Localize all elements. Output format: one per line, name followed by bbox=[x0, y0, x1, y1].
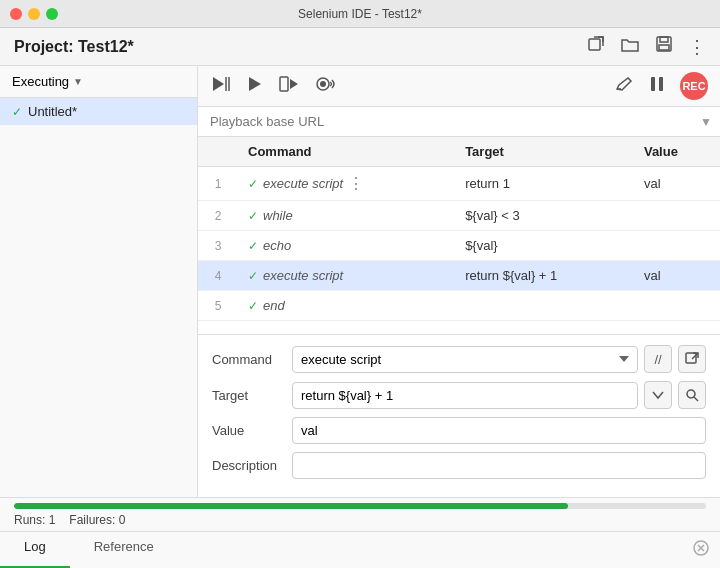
row-check-icon: ✓ bbox=[248, 177, 258, 191]
svg-line-18 bbox=[694, 397, 698, 401]
row-menu-icon[interactable]: ⋮ bbox=[348, 174, 364, 193]
url-bar: ▼ bbox=[198, 107, 720, 137]
table-row[interactable]: 2✓while${val} < 3 bbox=[198, 201, 720, 231]
pause-icon[interactable] bbox=[648, 75, 666, 98]
play-icon[interactable] bbox=[246, 75, 264, 98]
minimize-dot[interactable] bbox=[28, 8, 40, 20]
footer-tab-right-icon bbox=[682, 532, 720, 568]
command-row: Command execute script while echo end // bbox=[212, 345, 706, 373]
window-controls bbox=[10, 8, 58, 20]
row-value bbox=[634, 291, 720, 321]
record-options-icon[interactable] bbox=[314, 75, 336, 98]
svg-rect-0 bbox=[589, 39, 600, 50]
col-command: Command bbox=[238, 137, 455, 167]
svg-point-17 bbox=[687, 390, 695, 398]
target-search-btn[interactable] bbox=[678, 381, 706, 409]
row-check-icon: ✓ bbox=[248, 299, 258, 313]
table-row[interactable]: 5✓end bbox=[198, 291, 720, 321]
rec-button[interactable]: REC bbox=[680, 72, 708, 100]
col-target: Target bbox=[455, 137, 634, 167]
svg-rect-8 bbox=[280, 77, 288, 91]
table-row[interactable]: 4✓execute scriptreturn ${val} + 1val bbox=[198, 261, 720, 291]
more-icon[interactable]: ⋮ bbox=[688, 36, 706, 58]
step-over-icon[interactable] bbox=[210, 75, 232, 98]
row-command-text: end bbox=[263, 298, 285, 313]
row-num: 1 bbox=[198, 167, 238, 201]
svg-marker-7 bbox=[249, 77, 261, 91]
tab-log[interactable]: Log bbox=[0, 532, 70, 568]
header-row: Project: Test12* ⋮ bbox=[0, 28, 720, 66]
svg-point-11 bbox=[320, 81, 326, 87]
target-input[interactable] bbox=[292, 382, 638, 409]
svg-rect-14 bbox=[659, 77, 663, 91]
main-layout: Executing ▼ ✓ Untitled* bbox=[0, 66, 720, 497]
comment-btn[interactable]: // bbox=[644, 345, 672, 373]
row-command-text: execute script bbox=[263, 268, 343, 283]
description-label: Description bbox=[212, 458, 292, 473]
svg-rect-15 bbox=[686, 353, 696, 363]
command-label: Command bbox=[212, 352, 292, 367]
right-content: REC ▼ Command Target Value 1✓execut bbox=[198, 66, 720, 497]
title-bar: Selenium IDE - Test12* bbox=[0, 0, 720, 28]
executing-label: Executing bbox=[12, 74, 69, 89]
row-target bbox=[455, 291, 634, 321]
maximize-dot[interactable] bbox=[46, 8, 58, 20]
row-check-icon: ✓ bbox=[248, 239, 258, 253]
toolbar: REC bbox=[198, 66, 720, 107]
target-control-wrap bbox=[292, 381, 706, 409]
failures-label: Failures: 0 bbox=[69, 513, 125, 527]
row-target: return ${val} + 1 bbox=[455, 261, 634, 291]
description-row: Description bbox=[212, 452, 706, 479]
close-dot[interactable] bbox=[10, 8, 22, 20]
col-num bbox=[198, 137, 238, 167]
row-num: 3 bbox=[198, 231, 238, 261]
run-stats: Runs: 1 Failures: 0 bbox=[0, 511, 720, 531]
row-check-icon: ✓ bbox=[248, 209, 258, 223]
row-target: ${val} < 3 bbox=[455, 201, 634, 231]
url-input[interactable] bbox=[206, 107, 700, 136]
row-num: 4 bbox=[198, 261, 238, 291]
folder-icon[interactable] bbox=[620, 34, 640, 59]
bottom-panel: Command execute script while echo end // bbox=[198, 334, 720, 497]
annotate-icon[interactable] bbox=[614, 75, 634, 98]
target-select-btn[interactable] bbox=[644, 381, 672, 409]
open-editor-btn[interactable] bbox=[678, 345, 706, 373]
step-in-icon[interactable] bbox=[278, 75, 300, 98]
command-select[interactable]: execute script while echo end bbox=[292, 346, 638, 373]
save-icon[interactable] bbox=[654, 34, 674, 59]
row-target: ${val} bbox=[455, 231, 634, 261]
table-header-row: Command Target Value bbox=[198, 137, 720, 167]
value-row: Value bbox=[212, 417, 706, 444]
command-table: Command Target Value 1✓execute script⋮re… bbox=[198, 137, 720, 334]
runs-label: Runs: 1 bbox=[14, 513, 55, 527]
row-command-text: echo bbox=[263, 238, 291, 253]
footer-tabs: Log Reference bbox=[0, 531, 720, 568]
command-control-wrap: execute script while echo end // bbox=[292, 345, 706, 373]
progress-bar-wrap bbox=[0, 498, 720, 511]
row-command: ✓end bbox=[238, 291, 455, 321]
project-title: Project: Test12* bbox=[14, 38, 134, 56]
svg-line-16 bbox=[692, 353, 698, 359]
table-row[interactable]: 3✓echo${val} bbox=[198, 231, 720, 261]
row-command: ✓while bbox=[238, 201, 455, 231]
sidebar-header[interactable]: Executing ▼ bbox=[0, 66, 197, 98]
new-window-icon[interactable] bbox=[586, 34, 606, 59]
row-command: ✓execute script bbox=[238, 261, 455, 291]
row-target: return 1 bbox=[455, 167, 634, 201]
sidebar-item-untitled[interactable]: ✓ Untitled* bbox=[0, 98, 197, 125]
url-dropdown-icon[interactable]: ▼ bbox=[700, 115, 712, 129]
value-input[interactable] bbox=[292, 417, 706, 444]
value-control-wrap bbox=[292, 417, 706, 444]
check-icon: ✓ bbox=[12, 105, 22, 119]
row-command-text: while bbox=[263, 208, 293, 223]
tab-reference[interactable]: Reference bbox=[70, 532, 178, 568]
description-input[interactable] bbox=[292, 452, 706, 479]
target-row: Target bbox=[212, 381, 706, 409]
row-value bbox=[634, 231, 720, 261]
table-row[interactable]: 1✓execute script⋮return 1val bbox=[198, 167, 720, 201]
executing-dropdown-arrow: ▼ bbox=[73, 76, 83, 87]
sidebar-item-label: Untitled* bbox=[28, 104, 77, 119]
target-label: Target bbox=[212, 388, 292, 403]
col-value: Value bbox=[634, 137, 720, 167]
row-check-icon: ✓ bbox=[248, 269, 258, 283]
